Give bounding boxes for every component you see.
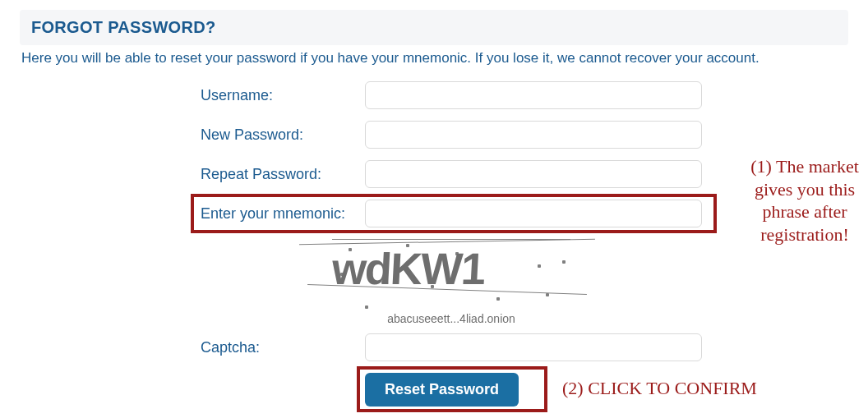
reset-password-button[interactable]: Reset Password [365,373,519,407]
repeat-password-label: Repeat Password: [20,166,365,183]
button-row: Reset Password (2) CLICK TO CONFIRM [20,373,848,407]
captcha-input[interactable] [365,333,702,361]
row-repeat-password: Repeat Password: [20,160,848,188]
new-password-label: New Password: [20,126,365,144]
mnemonic-label: Enter your mnemonic: [20,205,365,223]
captcha-label: Captcha: [20,339,365,356]
annotation-right: (1) The market gives you this phrase aft… [735,155,868,246]
username-label: Username: [20,87,365,104]
form-area: Username: New Password: Repeat Password:… [20,81,848,407]
captcha-image: wdKW1 [332,239,570,317]
captcha-image-wrap: wdKW1 abacuseeett...4liad.onion [20,239,710,325]
row-mnemonic: Enter your mnemonic: [20,200,848,227]
username-input[interactable] [365,81,702,109]
annotation-bottom: (2) CLICK TO CONFIRM [562,378,757,399]
row-username: Username: [20,81,848,109]
header-bar: FORGOT PASSWORD? [20,10,848,45]
row-captcha: Captcha: [20,333,848,361]
page-title: FORGOT PASSWORD? [31,18,837,37]
row-new-password: New Password: [20,121,848,149]
captcha-text: wdKW1 [330,243,571,294]
repeat-password-input[interactable] [365,160,702,188]
mnemonic-input[interactable] [365,200,702,227]
instruction-text: Here you will be able to reset your pass… [21,50,847,67]
new-password-input[interactable] [365,121,702,149]
